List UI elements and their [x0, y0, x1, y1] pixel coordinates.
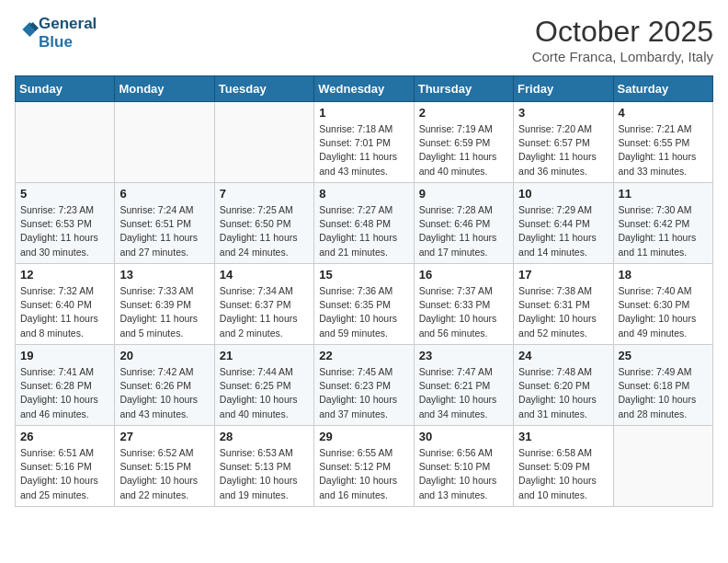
calendar-cell: 17Sunrise: 7:38 AM Sunset: 6:31 PM Dayli… — [514, 264, 613, 345]
day-number: 2 — [419, 106, 508, 120]
calendar-cell — [16, 102, 115, 183]
day-info: Sunrise: 7:28 AM Sunset: 6:46 PM Dayligh… — [419, 203, 508, 259]
calendar-cell: 3Sunrise: 7:20 AM Sunset: 6:57 PM Daylig… — [514, 102, 613, 183]
day-info: Sunrise: 6:55 AM Sunset: 5:12 PM Dayligh… — [319, 446, 408, 502]
day-number: 10 — [518, 187, 608, 201]
calendar-cell: 7Sunrise: 7:25 AM Sunset: 6:50 PM Daylig… — [214, 183, 313, 264]
page-header: General Blue October 2025 Corte Franca, … — [15, 15, 713, 64]
day-info: Sunrise: 6:53 AM Sunset: 5:13 PM Dayligh… — [220, 446, 309, 502]
day-number: 20 — [119, 349, 209, 362]
day-info: Sunrise: 7:45 AM Sunset: 6:23 PM Dayligh… — [319, 365, 408, 421]
day-number: 26 — [20, 430, 109, 443]
day-number: 4 — [619, 106, 708, 120]
day-info: Sunrise: 7:33 AM Sunset: 6:39 PM Dayligh… — [119, 284, 209, 340]
calendar-cell: 30Sunrise: 6:56 AM Sunset: 5:10 PM Dayli… — [414, 426, 513, 507]
day-number: 6 — [119, 187, 209, 201]
calendar-cell: 9Sunrise: 7:28 AM Sunset: 6:46 PM Daylig… — [414, 183, 513, 264]
calendar-cell: 4Sunrise: 7:21 AM Sunset: 6:55 PM Daylig… — [613, 102, 712, 183]
calendar-header-friday: Friday — [514, 76, 613, 102]
day-info: Sunrise: 6:52 AM Sunset: 5:15 PM Dayligh… — [119, 446, 209, 502]
calendar-cell: 24Sunrise: 7:48 AM Sunset: 6:20 PM Dayli… — [514, 345, 613, 426]
day-info: Sunrise: 7:32 AM Sunset: 6:40 PM Dayligh… — [20, 284, 109, 340]
calendar-cell — [115, 102, 214, 183]
day-info: Sunrise: 7:20 AM Sunset: 6:57 PM Dayligh… — [518, 122, 608, 178]
day-info: Sunrise: 7:40 AM Sunset: 6:30 PM Dayligh… — [619, 284, 708, 340]
calendar-cell: 29Sunrise: 6:55 AM Sunset: 5:12 PM Dayli… — [314, 426, 414, 507]
day-info: Sunrise: 6:58 AM Sunset: 5:09 PM Dayligh… — [518, 446, 608, 502]
logo: General Blue — [15, 15, 97, 51]
day-number: 16 — [419, 268, 508, 282]
day-number: 14 — [220, 268, 309, 282]
calendar-cell: 21Sunrise: 7:44 AM Sunset: 6:25 PM Dayli… — [214, 345, 313, 426]
calendar-cell: 19Sunrise: 7:41 AM Sunset: 6:28 PM Dayli… — [16, 345, 115, 426]
location: Corte Franca, Lombardy, Italy — [532, 49, 713, 64]
calendar-cell: 15Sunrise: 7:36 AM Sunset: 6:35 PM Dayli… — [314, 264, 414, 345]
day-info: Sunrise: 7:41 AM Sunset: 6:28 PM Dayligh… — [20, 365, 109, 421]
calendar-header-sunday: Sunday — [16, 76, 115, 102]
day-info: Sunrise: 7:27 AM Sunset: 6:48 PM Dayligh… — [319, 203, 408, 259]
day-number: 8 — [319, 187, 408, 201]
calendar-cell: 8Sunrise: 7:27 AM Sunset: 6:48 PM Daylig… — [314, 183, 414, 264]
calendar-header-monday: Monday — [115, 76, 214, 102]
day-number: 13 — [119, 268, 209, 282]
day-info: Sunrise: 7:29 AM Sunset: 6:44 PM Dayligh… — [518, 203, 608, 259]
day-info: Sunrise: 7:34 AM Sunset: 6:37 PM Dayligh… — [220, 284, 309, 340]
calendar-week-row: 26Sunrise: 6:51 AM Sunset: 5:16 PM Dayli… — [16, 426, 713, 507]
calendar-cell: 26Sunrise: 6:51 AM Sunset: 5:16 PM Dayli… — [16, 426, 115, 507]
calendar-cell: 22Sunrise: 7:45 AM Sunset: 6:23 PM Dayli… — [314, 345, 414, 426]
day-number: 9 — [419, 187, 508, 201]
calendar-cell: 1Sunrise: 7:18 AM Sunset: 7:01 PM Daylig… — [314, 102, 414, 183]
calendar-cell: 12Sunrise: 7:32 AM Sunset: 6:40 PM Dayli… — [16, 264, 115, 345]
calendar-cell: 5Sunrise: 7:23 AM Sunset: 6:53 PM Daylig… — [16, 183, 115, 264]
day-number: 11 — [619, 187, 708, 201]
day-number: 5 — [20, 187, 109, 201]
day-number: 12 — [20, 268, 109, 282]
day-number: 7 — [220, 187, 309, 201]
logo-text-line1: General — [39, 15, 97, 33]
calendar-cell: 13Sunrise: 7:33 AM Sunset: 6:39 PM Dayli… — [115, 264, 214, 345]
calendar-header-row: SundayMondayTuesdayWednesdayThursdayFrid… — [16, 76, 713, 102]
calendar-cell: 14Sunrise: 7:34 AM Sunset: 6:37 PM Dayli… — [214, 264, 313, 345]
day-number: 30 — [419, 430, 508, 443]
day-info: Sunrise: 7:49 AM Sunset: 6:18 PM Dayligh… — [619, 365, 708, 421]
day-number: 31 — [518, 430, 608, 443]
day-info: Sunrise: 7:36 AM Sunset: 6:35 PM Dayligh… — [319, 284, 408, 340]
calendar-week-row: 1Sunrise: 7:18 AM Sunset: 7:01 PM Daylig… — [16, 102, 713, 183]
calendar-header-tuesday: Tuesday — [214, 76, 313, 102]
day-number: 25 — [619, 349, 708, 362]
calendar-cell — [613, 426, 712, 507]
calendar-header-saturday: Saturday — [613, 76, 712, 102]
day-info: Sunrise: 7:23 AM Sunset: 6:53 PM Dayligh… — [20, 203, 109, 259]
day-number: 1 — [319, 106, 408, 120]
day-info: Sunrise: 7:42 AM Sunset: 6:26 PM Dayligh… — [119, 365, 209, 421]
calendar-header-thursday: Thursday — [414, 76, 513, 102]
calendar-cell: 10Sunrise: 7:29 AM Sunset: 6:44 PM Dayli… — [514, 183, 613, 264]
calendar-cell: 31Sunrise: 6:58 AM Sunset: 5:09 PM Dayli… — [514, 426, 613, 507]
calendar-week-row: 5Sunrise: 7:23 AM Sunset: 6:53 PM Daylig… — [16, 183, 713, 264]
calendar-cell: 20Sunrise: 7:42 AM Sunset: 6:26 PM Dayli… — [115, 345, 214, 426]
title-block: October 2025 Corte Franca, Lombardy, Ita… — [532, 15, 713, 64]
day-info: Sunrise: 6:51 AM Sunset: 5:16 PM Dayligh… — [20, 446, 109, 502]
day-number: 22 — [319, 349, 408, 362]
day-info: Sunrise: 7:19 AM Sunset: 6:59 PM Dayligh… — [419, 122, 508, 178]
day-number: 15 — [319, 268, 408, 282]
day-info: Sunrise: 7:44 AM Sunset: 6:25 PM Dayligh… — [220, 365, 309, 421]
calendar-week-row: 19Sunrise: 7:41 AM Sunset: 6:28 PM Dayli… — [16, 345, 713, 426]
day-info: Sunrise: 7:24 AM Sunset: 6:51 PM Dayligh… — [119, 203, 209, 259]
day-number: 27 — [119, 430, 209, 443]
day-number: 28 — [220, 430, 309, 443]
day-number: 19 — [20, 349, 109, 362]
day-number: 18 — [619, 268, 708, 282]
calendar-cell: 28Sunrise: 6:53 AM Sunset: 5:13 PM Dayli… — [214, 426, 313, 507]
calendar-cell: 25Sunrise: 7:49 AM Sunset: 6:18 PM Dayli… — [613, 345, 712, 426]
calendar-header-wednesday: Wednesday — [314, 76, 414, 102]
calendar-cell: 11Sunrise: 7:30 AM Sunset: 6:42 PM Dayli… — [613, 183, 712, 264]
day-info: Sunrise: 7:30 AM Sunset: 6:42 PM Dayligh… — [619, 203, 708, 259]
day-number: 21 — [220, 349, 309, 362]
day-info: Sunrise: 7:18 AM Sunset: 7:01 PM Dayligh… — [319, 122, 408, 178]
day-info: Sunrise: 7:48 AM Sunset: 6:20 PM Dayligh… — [518, 365, 608, 421]
month-title: October 2025 — [532, 15, 713, 49]
calendar-table: SundayMondayTuesdayWednesdayThursdayFrid… — [15, 75, 713, 507]
day-info: Sunrise: 6:56 AM Sunset: 5:10 PM Dayligh… — [419, 446, 508, 502]
day-number: 24 — [518, 349, 608, 362]
